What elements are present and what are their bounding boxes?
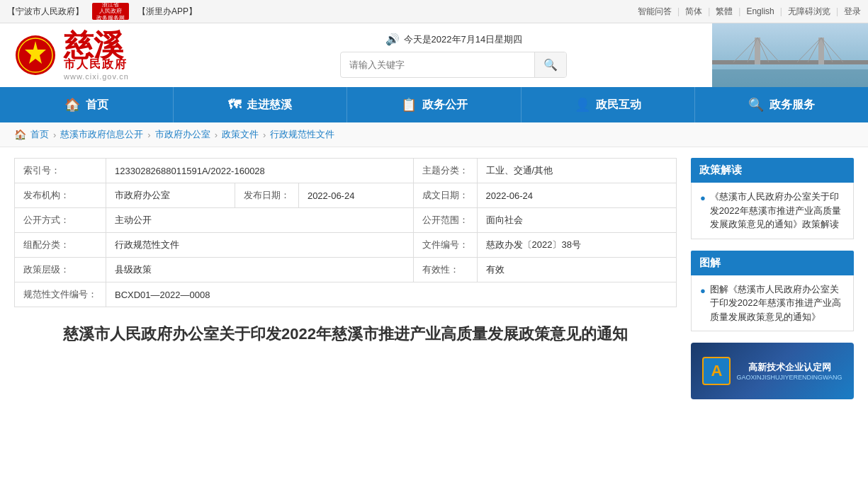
ai-qa-link[interactable]: 智能问答 xyxy=(638,6,672,18)
sep2: › xyxy=(147,130,150,140)
nav-label-service: 政务服务 xyxy=(770,98,815,113)
label-theme: 主题分类： xyxy=(413,159,477,183)
date-text: 今天是2022年7月14日星期四 xyxy=(404,33,523,46)
label-index: 索引号： xyxy=(15,159,106,183)
english-link[interactable]: English xyxy=(746,6,774,16)
label-normnum: 规范性文件编号： xyxy=(15,282,106,307)
value-writedate: 2022-06-24 xyxy=(477,183,677,208)
value-category: 行政规范性文件 xyxy=(106,233,414,258)
main-content: 索引号： 12330282688011591A/2022-160028 主题分类… xyxy=(0,147,868,410)
table-row: 规范性文件编号： BCXD01—2022—0008 xyxy=(15,282,677,307)
table-row: 组配分类： 行政规范性文件 文件编号： 慈政办发〔2022〕38号 xyxy=(15,233,677,258)
header-banner-image: 慈溪 xyxy=(712,23,868,87)
sidebar-graphic-header: 图解 xyxy=(691,251,854,275)
home-icon: 🏠 xyxy=(64,97,80,113)
nav-label-interact: 政民互动 xyxy=(596,98,641,113)
label-openscope: 公开范围： xyxy=(413,208,477,233)
value-theme: 工业、交通/其他 xyxy=(477,159,677,183)
zlb-link[interactable]: 【浙里办APP】 xyxy=(137,6,197,18)
bullet-icon-2: ● xyxy=(700,284,706,298)
government-emblem xyxy=(14,34,57,76)
ningbo-link[interactable]: 【宁波市人民政府】 xyxy=(7,6,84,18)
logo-text: 慈溪 市人民政府 www.cixi.gov.cn xyxy=(64,30,129,81)
value-index: 12330282688011591A/2022-160028 xyxy=(106,159,414,183)
divider5: | xyxy=(836,6,838,16)
breadcrumb-home-icon: 🏠 xyxy=(14,129,26,140)
sidebar-policy-item[interactable]: ● 《慈溪市人民政府办公室关于印发2022年慈溪市推进产业高质量发展政策意见的通… xyxy=(700,190,845,232)
accessible-link[interactable]: 无障碍浏览 xyxy=(788,6,830,18)
sidebar-graphic-item[interactable]: ● 图解《慈溪市人民政府办公室关于印发2022年慈溪市推进产业高质量发展政策意见… xyxy=(700,282,845,324)
zj-logo: 浙江省人民政府政务服务网 xyxy=(92,3,129,20)
value-org: 市政府办公室 xyxy=(106,183,235,208)
nav-item-service[interactable]: 🔍 政务服务 xyxy=(695,87,868,122)
ad-icon: A xyxy=(702,357,731,385)
logo-url: www.cixi.gov.cn xyxy=(64,72,129,81)
breadcrumb-normative[interactable]: 行政规范性文件 xyxy=(270,128,334,141)
value-pubdate: 2022-06-24 xyxy=(298,183,413,208)
speaker-icon: 🔊 xyxy=(385,33,400,46)
value-openway: 主动公开 xyxy=(106,208,414,233)
header: 慈溪 市人民政府 www.cixi.gov.cn 🔊 今天是2022年7月14日… xyxy=(0,23,868,87)
top-bar: 【宁波市人民政府】 浙江省人民政府政务服务网 【浙里办APP】 智能问答 | 简… xyxy=(0,0,868,23)
search-input[interactable] xyxy=(341,54,534,76)
ad-sub-text: GAOXINJISHUJIYERENDINGWANG xyxy=(736,374,842,381)
person-icon: 👤 xyxy=(575,97,590,113)
table-row: 索引号： 12330282688011591A/2022-160028 主题分类… xyxy=(15,159,677,183)
sep1: › xyxy=(53,130,56,140)
breadcrumb-policy[interactable]: 政策文件 xyxy=(222,128,259,141)
nav-item-interact[interactable]: 👤 政民互动 xyxy=(522,87,695,122)
logo-sub: 市人民政府 xyxy=(64,57,129,72)
breadcrumb-info[interactable]: 慈溪市政府信息公开 xyxy=(60,128,143,141)
top-bar-right: 智能问答 | 简体 | 繁體 | English | 无障碍浏览 | 登录 xyxy=(638,6,861,18)
sidebar-policy-header: 政策解读 xyxy=(691,158,854,183)
label-category: 组配分类： xyxy=(15,233,106,258)
label-openway: 公开方式： xyxy=(15,208,106,233)
label-docnum: 文件编号： xyxy=(413,233,477,258)
value-level: 县级政策 xyxy=(106,258,414,282)
traditional-link[interactable]: 繁體 xyxy=(716,6,733,18)
svg-rect-5 xyxy=(712,60,868,64)
login-button[interactable]: 登录 xyxy=(844,6,861,18)
label-validity: 有效性： xyxy=(413,258,477,282)
value-validity: 有效 xyxy=(477,258,677,282)
sidebar-ad-banner[interactable]: A 高新技术企业认定网 GAOXINJISHUJIYERENDINGWANG xyxy=(691,343,854,399)
header-center: 🔊 今天是2022年7月14日星期四 🔍 xyxy=(340,33,567,78)
value-normnum: BCXD01—2022—0008 xyxy=(106,282,677,307)
sep3: › xyxy=(215,130,218,140)
breadcrumb: 🏠 首页 › 慈溪市政府信息公开 › 市政府办公室 › 政策文件 › 行政规范性… xyxy=(0,122,868,147)
nav-item-about[interactable]: 🗺 走进慈溪 xyxy=(174,87,347,122)
label-level: 政策层级： xyxy=(15,258,106,282)
table-row: 政策层级： 县级政策 有效性： 有效 xyxy=(15,258,677,282)
bullet-icon: ● xyxy=(700,191,706,205)
sep4: › xyxy=(263,130,266,140)
nav-label-open: 政务公开 xyxy=(422,98,468,113)
label-org: 发布机构： xyxy=(15,183,106,208)
zj-logo-area: 浙江省人民政府政务服务网 xyxy=(92,3,129,20)
divider3: | xyxy=(738,6,740,16)
main-nav: 🏠 首页 🗺 走进慈溪 📋 政务公开 👤 政民互动 🔍 政务服务 xyxy=(0,87,868,122)
label-pubdate: 发布日期： xyxy=(235,183,298,208)
nav-label-home: 首页 xyxy=(86,98,108,113)
simplified-link[interactable]: 简体 xyxy=(685,6,702,18)
table-row: 发布机构： 市政府办公室 发布日期： 2022-06-24 成文日期： 2022… xyxy=(15,183,677,208)
value-docnum: 慈政办发〔2022〕38号 xyxy=(477,233,677,258)
sidebar-graphic-item-text: 图解《慈溪市人民政府办公室关于印发2022年慈溪市推进产业高质量发展政策意见的通… xyxy=(710,282,845,324)
value-openscope: 面向社会 xyxy=(477,208,677,233)
search-button[interactable]: 🔍 xyxy=(534,52,566,77)
label-writedate: 成文日期： xyxy=(413,183,477,208)
sidebar-graphic-body: ● 图解《慈溪市人民政府办公室关于印发2022年慈溪市推进产业高质量发展政策意见… xyxy=(691,275,854,332)
breadcrumb-home[interactable]: 首页 xyxy=(30,128,49,141)
map-icon: 🗺 xyxy=(228,98,241,113)
search-bar: 🔍 xyxy=(340,52,567,78)
divider1: | xyxy=(677,6,680,16)
sidebar-policy-body: ● 《慈溪市人民政府办公室关于印发2022年慈溪市推进产业高质量发展政策意见的通… xyxy=(691,183,854,239)
sidebar-policy-item-text: 《慈溪市人民政府办公室关于印发2022年慈溪市推进产业高质量发展政策意见的通知》… xyxy=(710,190,845,232)
sidebar-policy-section: 政策解读 ● 《慈溪市人民政府办公室关于印发2022年慈溪市推进产业高质量发展政… xyxy=(691,158,854,239)
ad-main-text: 高新技术企业认定网 xyxy=(736,361,842,374)
info-table: 索引号： 12330282688011591A/2022-160028 主题分类… xyxy=(14,158,677,307)
nav-label-about: 走进慈溪 xyxy=(247,98,292,113)
date-bar: 🔊 今天是2022年7月14日星期四 xyxy=(385,33,523,46)
nav-item-open[interactable]: 📋 政务公开 xyxy=(347,87,521,122)
nav-item-home[interactable]: 🏠 首页 xyxy=(0,87,174,122)
breadcrumb-office[interactable]: 市政府办公室 xyxy=(155,128,210,141)
